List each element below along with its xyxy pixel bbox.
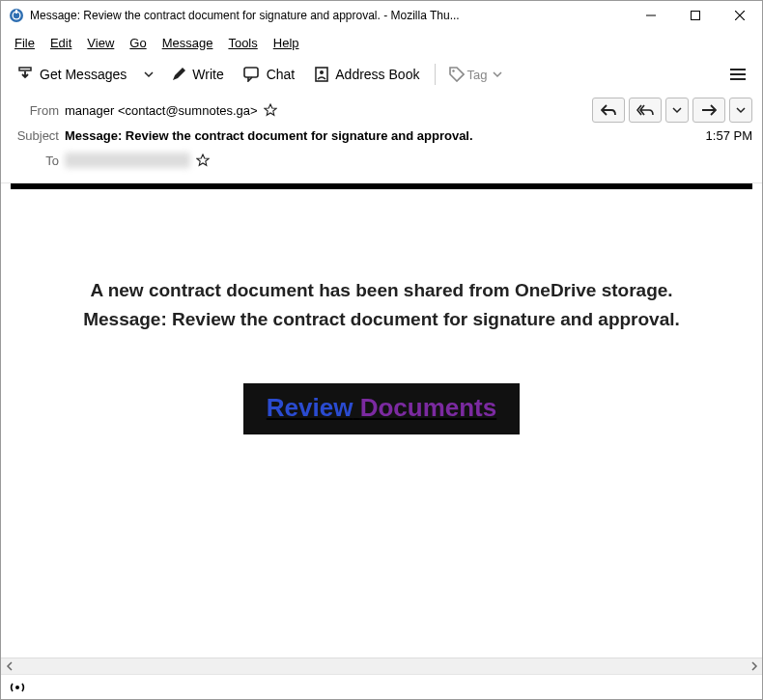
menu-edit[interactable]: Edit [42,34,79,52]
chat-button[interactable]: Chat [236,63,303,86]
get-messages-label: Get Messages [40,67,127,82]
menu-go[interactable]: Go [122,34,154,52]
menu-view[interactable]: View [79,34,122,52]
message-actions [592,98,752,123]
message-body: A new contract document has been shared … [1,183,762,655]
menu-message[interactable]: Message [155,34,221,52]
body-text: A new contract document has been shared … [30,276,733,335]
menu-help[interactable]: Help [266,34,307,52]
scroll-right-icon[interactable] [746,658,762,675]
window-title: Message: Review the contract document fo… [30,9,629,22]
app-menu-button[interactable] [721,60,754,89]
body-line2: Message: Review the contract document fo… [83,309,680,329]
address-book-button[interactable]: Address Book [306,63,427,86]
get-messages-dropdown[interactable] [138,61,159,88]
message-header: From manager <contact@sumnotes.ga> Subje… [1,94,762,183]
subject-value: Message: Review the contract document fo… [65,128,473,143]
connection-status-icon[interactable] [9,679,26,696]
review-word1: Review [267,393,353,422]
address-book-label: Address Book [335,67,419,82]
reply-all-button[interactable] [629,98,662,123]
star-to-icon[interactable] [196,154,210,167]
toolbar: Get Messages Write Chat Address Book Tag [1,55,762,94]
scroll-left-icon[interactable] [1,658,17,675]
statusbar [1,674,762,699]
maximize-button[interactable] [673,1,718,30]
svg-rect-8 [244,68,258,77]
menu-file[interactable]: File [7,34,42,52]
more-actions-dropdown[interactable] [729,98,752,123]
horizontal-scrollbar[interactable] [1,658,762,674]
download-icon [16,66,34,83]
window-titlebar: Message: Review the contract document fo… [1,1,762,30]
pencil-icon [171,67,186,82]
window-controls [629,1,762,30]
tag-button[interactable]: Tag [443,63,508,86]
reply-all-dropdown[interactable] [665,98,689,123]
toolbar-separator [435,64,436,85]
message-time: 1:57 PM [706,128,752,143]
chat-icon [243,67,261,82]
chat-label: Chat [267,67,296,82]
get-messages-button[interactable]: Get Messages [9,62,134,87]
tag-label: Tag [466,68,487,82]
body-line1: A new contract document has been shared … [90,280,672,300]
to-label: To [11,154,65,168]
write-button[interactable]: Write [163,63,231,86]
review-word2: Documents [360,393,497,422]
svg-point-10 [320,70,324,74]
reply-button[interactable] [592,98,625,123]
close-button[interactable] [718,1,762,30]
address-book-icon [314,67,329,82]
svg-rect-3 [15,10,17,14]
svg-point-15 [15,686,19,689]
star-from-icon[interactable] [264,103,277,117]
to-value-redacted [65,153,190,168]
minimize-button[interactable] [629,1,673,30]
svg-rect-5 [692,12,700,20]
review-documents-button[interactable]: Review Documents [243,383,520,434]
forward-button[interactable] [692,98,725,123]
menubar: File Edit View Go Message Tools Help [1,30,762,55]
from-label: From [11,103,65,118]
app-icon [9,8,24,23]
svg-point-11 [453,70,455,71]
write-label: Write [192,67,223,82]
menu-tools[interactable]: Tools [220,34,265,52]
chevron-down-icon [493,70,502,79]
subject-label: Subject [11,128,65,143]
from-value: manager <contact@sumnotes.ga> [65,103,258,118]
tag-icon [449,67,465,82]
